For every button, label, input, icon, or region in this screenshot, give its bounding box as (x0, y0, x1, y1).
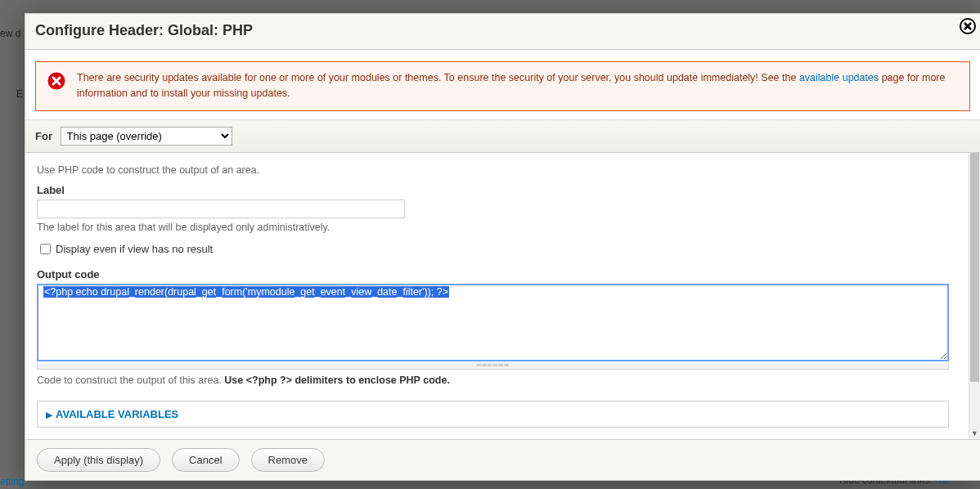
background-text: E (16, 88, 23, 100)
status-message-text: There are security updates available for… (77, 72, 799, 83)
textarea-resize-handle[interactable]: ══════ (37, 363, 949, 370)
label-input[interactable] (37, 200, 405, 218)
status-message: There are security updates available for… (35, 61, 970, 111)
dialog-body: ▲ ▼ Use PHP code to construct the output… (25, 153, 980, 439)
dialog-title: Configure Header: Global: PHP (35, 22, 253, 38)
chevron-right-icon: ▶ (46, 410, 52, 419)
remove-button[interactable]: Remove (251, 448, 325, 472)
apply-button[interactable]: Apply (this display) (37, 448, 160, 472)
available-variables-fieldset[interactable]: ▶AVAILABLE VARIABLES (37, 401, 949, 428)
scroll-down-icon[interactable]: ▼ (971, 429, 978, 437)
intro-text: Use PHP code to construct the output of … (37, 164, 949, 176)
for-label: For (35, 130, 52, 142)
label-help-text: The label for this area that will be dis… (37, 222, 949, 233)
available-updates-link[interactable]: available updates (799, 72, 879, 83)
output-code-wrap: <?php echo drupal_render(drupal_get_form… (37, 280, 949, 364)
error-icon (46, 70, 67, 92)
vertical-scrollbar[interactable]: ▲ ▼ (969, 153, 980, 439)
background-link-fragment: etting (0, 476, 24, 487)
cancel-button[interactable]: Cancel (172, 448, 239, 472)
for-select[interactable]: This page (override) (61, 127, 232, 146)
output-code-help-bold: Use <?php ?> delimiters to enclose PHP c… (224, 375, 450, 386)
label-field-label: Label (37, 184, 949, 196)
form-area: Use PHP code to construct the output of … (25, 153, 969, 431)
display-empty-checkbox[interactable] (40, 244, 51, 254)
display-empty-row: Display even if view has no result (37, 241, 949, 257)
output-code-help: Code to construct the output of this are… (37, 375, 949, 386)
output-code-textarea[interactable] (37, 284, 949, 361)
display-empty-label: Display even if view has no result (56, 243, 213, 255)
scrollbar-thumb[interactable] (970, 153, 979, 382)
dialog-title-bar: Configure Header: Global: PHP (25, 14, 980, 50)
output-code-help-plain: Code to construct the output of this are… (37, 375, 224, 386)
close-icon[interactable] (959, 17, 977, 35)
configure-dialog: Configure Header: Global: PHP There are … (25, 13, 980, 481)
for-selector-bar: For This page (override) (25, 119, 980, 153)
dialog-actions: Apply (this display) Cancel Remove (25, 439, 980, 480)
background-text: ew d (0, 28, 20, 39)
available-variables-link[interactable]: AVAILABLE VARIABLES (56, 408, 178, 420)
output-code-label: Output code (37, 268, 949, 280)
